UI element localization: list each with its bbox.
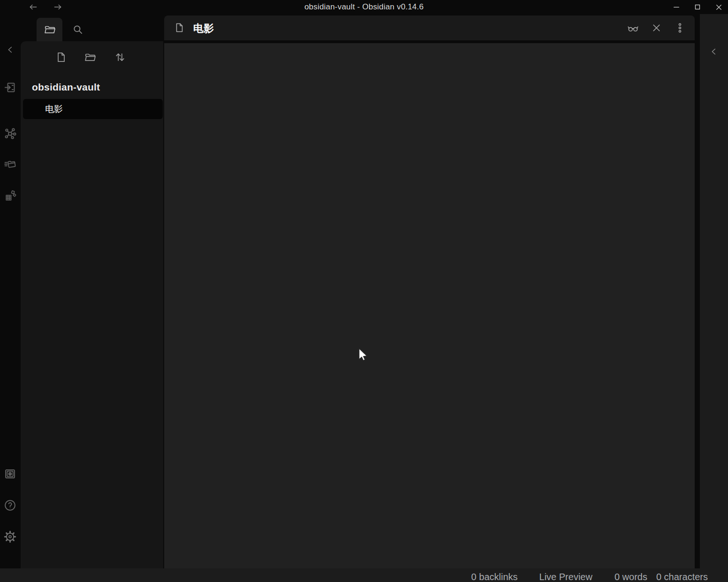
graph-view-icon[interactable]: [0, 125, 20, 142]
help-icon[interactable]: [0, 497, 20, 514]
editor-content[interactable]: [164, 43, 695, 568]
vault-switcher-icon[interactable]: [0, 465, 20, 482]
collapse-left-sidebar-icon[interactable]: [0, 41, 20, 58]
file-name: 电影: [45, 103, 63, 115]
forward-arrow-icon[interactable]: [50, 0, 65, 14]
file-explorer-tab[interactable]: [37, 18, 62, 41]
backlinks-count[interactable]: 0 backlinks: [471, 572, 518, 582]
vault-title: obsidian-vault: [32, 82, 154, 93]
maximize-icon[interactable]: [691, 0, 704, 14]
view-header[interactable]: 电影: [164, 15, 695, 40]
view-header-actions: [624, 19, 688, 36]
more-options-icon[interactable]: [671, 19, 688, 36]
window-title: obsidian-vault - Obsidian v0.14.6: [0, 0, 728, 14]
titlebar: obsidian-vault - Obsidian v0.14.6: [0, 0, 728, 14]
explorer-actions: [21, 47, 163, 68]
obsidian-window: obsidian-vault - Obsidian v0.14.6: [0, 0, 728, 582]
random-note-icon[interactable]: [0, 187, 20, 204]
word-count: 0 words: [614, 572, 647, 582]
character-count: 0 characters: [656, 572, 708, 582]
sort-order-icon[interactable]: [110, 47, 130, 68]
editor-mode-indicator[interactable]: Live Preview: [539, 572, 592, 582]
quick-switcher-icon[interactable]: [0, 79, 20, 96]
left-ribbon: [0, 14, 20, 568]
file-explorer-panel: obsidian-vault 电影: [21, 41, 163, 568]
command-palette-icon[interactable]: [0, 156, 20, 173]
folder-icon: [44, 23, 56, 36]
close-icon[interactable]: [648, 19, 665, 36]
close-icon[interactable]: [712, 0, 725, 14]
document-icon: [171, 19, 188, 36]
back-arrow-icon[interactable]: [26, 0, 41, 14]
expand-right-sidebar-icon[interactable]: [705, 43, 722, 60]
reading-view-icon[interactable]: [624, 19, 641, 36]
note-title: 电影: [193, 15, 214, 40]
settings-icon[interactable]: [0, 528, 20, 545]
right-sidebar-strip: [700, 14, 728, 568]
file-list-item-selected[interactable]: 电影: [23, 99, 163, 119]
search-tab[interactable]: [66, 18, 90, 41]
new-folder-icon[interactable]: [80, 47, 100, 68]
new-note-icon[interactable]: [51, 47, 71, 68]
status-bar: 0 backlinks Live Preview 0 words 0 chara…: [0, 568, 728, 582]
search-icon: [72, 23, 84, 36]
minimize-icon[interactable]: [670, 0, 683, 14]
